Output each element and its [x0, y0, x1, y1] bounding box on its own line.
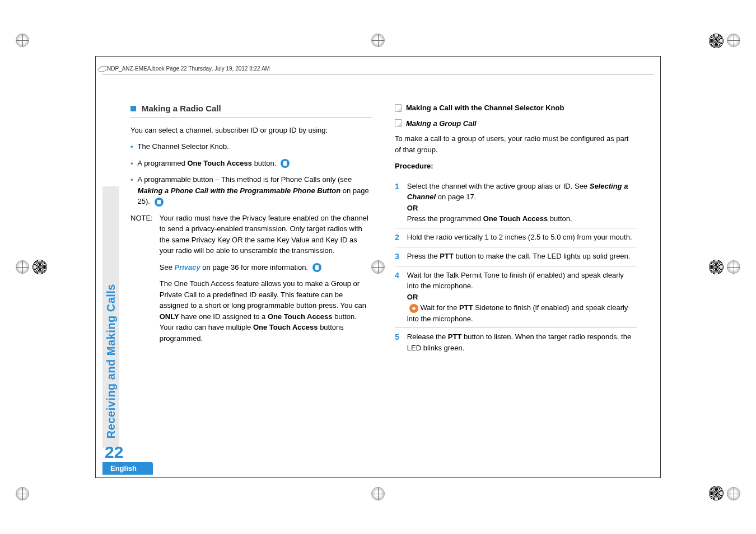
side-tab: Receiving and Making Calls [102, 186, 119, 448]
heading-marker-icon [130, 106, 136, 111]
intro-text: You can select a channel, subscriber ID … [130, 125, 372, 136]
crop-mark [727, 34, 740, 47]
language-label: English [102, 462, 153, 475]
list-item: • A programmed One Touch Access button. [130, 158, 372, 169]
heading-text: Making a Radio Call [142, 102, 221, 115]
crop-mark [371, 34, 385, 47]
feature-icon [155, 198, 164, 207]
crop-mark [727, 260, 740, 274]
registration-coil-icon [709, 486, 724, 500]
step: Press the PTT button to make the call. T… [395, 247, 637, 266]
procedure-steps: Select the channel with the active group… [395, 177, 637, 357]
list-item: • A programmable button – This method is… [130, 174, 372, 207]
step: Release the PTT button to listen. When t… [395, 328, 637, 357]
ptt-sidetone-icon [409, 304, 418, 313]
page-number: 22 [102, 443, 158, 462]
registration-coil-icon [709, 34, 724, 48]
page-icon [395, 104, 402, 112]
side-tab-title: Receiving and Making Calls [105, 284, 118, 438]
registration-coil-icon [709, 260, 724, 274]
list-item: •The Channel Selector Knob. [130, 141, 372, 152]
page-icon [395, 119, 402, 127]
step: Select the channel with the active group… [395, 177, 637, 228]
procedure-label: Procedure: [395, 161, 637, 172]
right-column: Making a Call with the Channel Selector … [395, 102, 637, 357]
registration-coil-icon [32, 260, 47, 274]
section-heading: Making a Radio Call [130, 102, 372, 118]
crop-mark [16, 487, 29, 500]
step: Wait for the Talk Permit Tone to finish … [395, 266, 637, 329]
feature-icon [281, 159, 290, 168]
step: Hold the radio vertically 1 to 2 inches … [395, 228, 637, 247]
group-intro: To make a call to a group of users, your… [395, 133, 637, 155]
note-block: NOTE: Your radio must have the Privacy f… [130, 213, 372, 350]
left-column: Making a Radio Call You can select a cha… [130, 102, 372, 357]
subheading-italic: Making a Group Call [395, 118, 637, 129]
bullet-list: •The Channel Selector Knob. • A programm… [130, 141, 372, 207]
crop-mark [16, 260, 29, 274]
page-frame: NDP_ANZ-EMEA.book Page 22 Thursday, July… [95, 56, 661, 478]
crop-mark [16, 34, 29, 47]
note-label: NOTE: [130, 213, 153, 350]
page-number-block: 22 English [102, 443, 158, 471]
note-body: Your radio must have the Privacy feature… [160, 213, 372, 350]
feature-icon [312, 263, 321, 272]
crop-mark [371, 487, 385, 500]
running-header: NDP_ANZ-EMEA.book Page 22 Thursday, July… [102, 63, 654, 74]
privacy-link[interactable]: Privacy [174, 263, 200, 271]
subheading: Making a Call with the Channel Selector … [395, 102, 637, 114]
crop-mark [727, 487, 740, 500]
